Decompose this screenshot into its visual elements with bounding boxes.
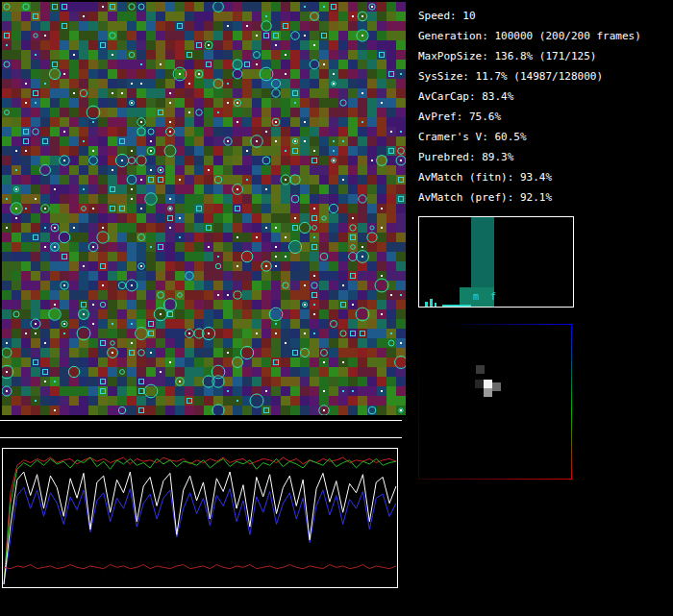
colormap-density-pixels [418, 324, 572, 480]
stats-panel: Speed: 10 Generation: 100000 (200/200 fr… [418, 6, 641, 208]
colormap-pixel [484, 380, 492, 388]
histogram-bar [435, 303, 436, 307]
stat-avmatch-pref: AvMatch (pref): 92.1% [418, 187, 641, 208]
histogram-bar [430, 299, 433, 307]
stat-maxpopsize: MaxPopSize: 136.8% (171/125) [418, 46, 641, 66]
stat-purebred: Purebred: 89.3% [418, 147, 641, 167]
stat-speed: Speed: 10 [418, 6, 641, 26]
separator-line-bottom [0, 437, 402, 438]
simulation-app: Speed: 10 Generation: 100000 (200/200 fr… [0, 0, 673, 616]
colormap-pixel [476, 365, 485, 374]
histogram-bar [442, 305, 471, 307]
stat-cramers-v: Cramer's V: 60.5% [418, 127, 641, 147]
genotype-colormap [418, 324, 572, 480]
world-grid-view [2, 2, 406, 415]
population-history-canvas [3, 449, 397, 587]
sex-histogram: m f [418, 216, 574, 308]
colormap-pixel [484, 388, 492, 397]
colormap-pixel [475, 380, 484, 388]
separator-line-top [0, 420, 402, 421]
stat-avmatch-fitn: AvMatch (fitn): 93.4% [418, 167, 641, 187]
histogram-bar [425, 302, 428, 307]
stat-syssize: SysSize: 11.7% (14987/128000) [418, 66, 641, 86]
population-history-chart [2, 448, 398, 588]
stat-generation: Generation: 100000 (200/200 frames) [418, 26, 641, 46]
histogram-axis-label: m f [473, 291, 499, 302]
stat-avcarcap: AvCarCap: 83.4% [418, 86, 641, 107]
stat-avpref: AvPref: 75.6% [418, 107, 641, 127]
colormap-pixel [492, 382, 501, 391]
